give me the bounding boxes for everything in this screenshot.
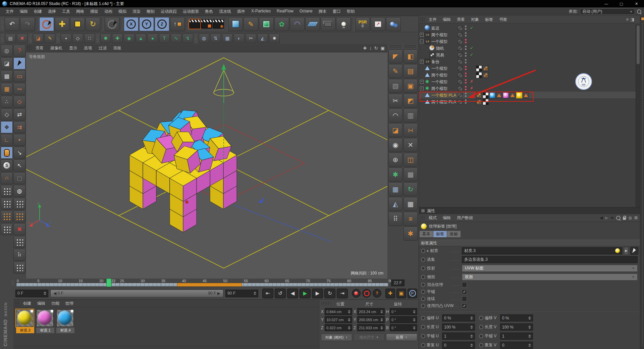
grip-handle[interactable] [405,45,417,48]
deformers-button[interactable]: ◠ [290,17,305,31]
object-row[interactable]: + 备份 [419,58,636,65]
coordinate-footer-control[interactable]: 绝对尺寸▼ [354,334,385,341]
undo-button[interactable]: ↶ [5,17,19,31]
menu-item[interactable]: 流水线 [216,9,234,14]
simulation-button[interactable] [386,17,401,31]
menu-item[interactable]: 编辑 [17,9,31,14]
menu-item[interactable]: 捕捉 [87,9,101,14]
modeling-icon-3[interactable]: ◪ [33,34,44,43]
lock-z-button[interactable]: Z [155,17,169,31]
dice-icon[interactable]: ⠷ [13,249,25,261]
spline-pen-button[interactable]: ✎ [244,17,258,31]
spline-icon-3[interactable]: ▦ [222,34,233,43]
menu-item[interactable]: 工具 [59,9,73,14]
object-tag-icon[interactable] [523,92,529,98]
anim-dot-icon[interactable] [421,316,425,320]
layer-toggle-icon[interactable] [458,86,463,91]
palette-icon[interactable] [13,236,25,248]
menu-item[interactable]: 运动跟踪 [158,9,180,14]
object-tag-icon[interactable] [483,72,489,78]
uv-field[interactable]: 100 % [500,323,533,331]
mograph-icon-1[interactable]: ✱ [100,34,111,43]
target-icon[interactable]: ◉ [388,138,402,152]
array-icon[interactable]: ∺ [404,123,418,137]
menu-item[interactable]: Octane [297,9,316,14]
magnet-icon[interactable]: ∩ [1,172,13,184]
material-thumbnail[interactable] [36,309,54,327]
enable-check-icon[interactable] [470,52,473,57]
generators-button[interactable] [259,17,274,31]
list-icon[interactable]: ≡ [404,212,418,226]
arc-icon[interactable]: ◠ [388,108,402,122]
mograph-icon-2[interactable]: ✚ [112,34,123,43]
stepper-icon[interactable] [380,310,383,313]
checkbox[interactable] [462,282,467,287]
window-button[interactable]: ▢ [614,0,629,7]
checkbox[interactable] [462,303,467,308]
menu-item[interactable]: 网格 [73,9,87,14]
toolbar-grip[interactable] [1,17,4,31]
visibility-dots[interactable] [465,72,467,77]
viewport-menu-item[interactable]: 选项 [80,45,95,51]
key-scale-button[interactable]: ▣ [396,289,406,298]
expand-field-icon[interactable]: ▶ [624,247,629,255]
next-frame-button[interactable]: ▶ [312,289,323,298]
goto-start-button[interactable]: ⇤ [262,289,273,298]
modeling-icon-2[interactable]: ✖ [17,34,28,43]
object-row[interactable]: 一个模型 PLA [419,92,636,98]
uv-field[interactable]: 1 [500,333,533,340]
coordinate-field[interactable]: 200.055 cm [357,316,385,323]
rotate-view-icon[interactable]: ↻ [374,46,378,51]
attribute-tab[interactable]: 坐标 [447,231,461,237]
snap-icon[interactable]: S [1,159,13,171]
frame-range-slider[interactable]: ◀ 0 F 90 F ▶ [50,290,223,297]
visibility-dots[interactable] [465,39,467,44]
coordinate-field[interactable]: 0 ° [390,316,417,323]
anim-dot-icon[interactable] [479,334,483,338]
visibility-dots[interactable] [465,93,467,97]
menu-item[interactable]: 模拟 [115,9,129,14]
object-tag-icon[interactable] [489,92,495,98]
rotate-button[interactable]: ↻ [86,17,100,31]
prev-frame-button[interactable]: ◀ [287,289,298,298]
anim-dot-icon[interactable] [479,325,483,329]
light-button[interactable] [336,17,351,31]
burst-icon[interactable]: ✱ [388,167,402,182]
coordinate-field[interactable]: 0 ° [390,308,417,315]
stepper-icon[interactable] [44,292,46,295]
visibility-dots[interactable] [465,86,467,91]
viewport-menu-item[interactable]: 过滤 [95,45,110,51]
menu-item[interactable]: RealFlow [274,9,297,14]
enable-check-icon[interactable] [470,26,473,30]
palette-icon[interactable] [1,198,13,210]
uv-field[interactable]: 0 % [500,314,533,321]
selection-field[interactable]: 多边形选集.3 [462,256,638,263]
anim-dot-icon[interactable] [421,283,425,287]
mograph-icon-6[interactable]: T [159,34,170,43]
anim-dot-icon[interactable] [421,266,425,270]
object-tag-icon[interactable] [483,65,489,71]
menu-item[interactable]: 脚本 [316,9,330,14]
layer-toggle-icon[interactable] [458,80,463,84]
history-back-icon[interactable]: ◀ [600,215,603,220]
modeling-icon-7[interactable]: ∷ [84,34,95,43]
anim-dot-icon[interactable] [421,257,425,262]
recycle-icon[interactable]: ↻ [404,182,418,196]
menu-item[interactable]: 窗口 [330,9,344,14]
uv-field[interactable]: 0 % [442,314,475,321]
grip-handle[interactable] [389,45,401,48]
stepper-icon[interactable] [348,326,351,330]
object-name[interactable]: 两个模型 [431,32,447,38]
projection-dropdown[interactable]: UVW 贴图▼ [462,265,638,272]
anim-dot-icon[interactable] [421,297,425,301]
object-name[interactable]: 两个模型 [431,86,447,92]
coordinate-field[interactable]: 203.24 cm [357,308,385,315]
live-selection-button[interactable] [39,17,54,31]
separator[interactable] [101,17,104,31]
move-button[interactable]: ✚ [55,17,69,31]
redo-button[interactable]: ↷ [20,17,35,31]
uv-field[interactable]: 0 [500,342,533,349]
camera-button[interactable] [321,17,335,31]
grid-icon[interactable]: ▦ [388,182,402,196]
object-menu-item[interactable]: 编辑 [440,17,454,22]
